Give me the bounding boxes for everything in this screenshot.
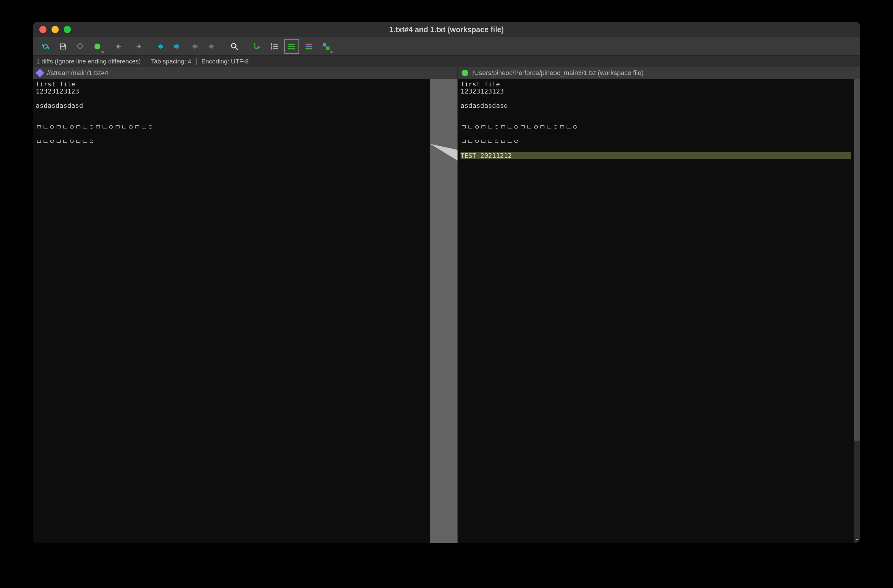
code-line[interactable]: ㅁㄴㅇㅁㄴㅇㅁㄴㅇㅁㄴㅇㅁㄴㅇㅁㄴㅇ <box>36 123 427 131</box>
divider <box>146 58 146 65</box>
code-line[interactable]: 12323123123 <box>36 88 427 95</box>
diff-gutter[interactable] <box>430 79 457 543</box>
toolbar: 1 2 3 <box>33 37 860 56</box>
divider <box>196 58 197 65</box>
undo-button[interactable] <box>113 39 128 54</box>
next-diff-button[interactable] <box>170 39 185 54</box>
svg-point-3 <box>232 44 236 48</box>
svg-rect-18 <box>326 47 329 50</box>
left-file-header[interactable]: //stream/main/1.txt#4 <box>33 67 430 79</box>
refresh-button[interactable] <box>38 39 53 54</box>
prev-diff-button[interactable] <box>152 39 167 54</box>
chevron-down-icon <box>330 51 333 53</box>
next-button[interactable] <box>204 39 219 54</box>
lines-colored-icon <box>304 42 313 51</box>
right-file-path: /Users/pineoc/Perforce/pineoc_main3/1.tx… <box>472 69 644 77</box>
code-line[interactable] <box>36 131 427 138</box>
redo-icon <box>133 42 142 51</box>
svg-rect-17 <box>323 43 326 46</box>
code-line[interactable] <box>36 109 427 116</box>
file-headers: //stream/main/1.txt#4 /Users/pineoc/Perf… <box>33 67 860 79</box>
right-file-header[interactable]: /Users/pineoc/Perforce/pineoc_main3/1.tx… <box>457 67 860 79</box>
gutter-header <box>430 67 457 79</box>
window-title: 1.txt#4 and 1.txt (workspace file) <box>33 25 860 34</box>
encoding-label: Encoding: UTF-8 <box>201 58 249 65</box>
code-line[interactable]: first file <box>460 81 851 88</box>
list-numbered-icon: 1 2 3 <box>270 42 279 51</box>
diff-count-label: 1 diffs (Ignore line ending differences) <box>36 58 141 65</box>
titlebar: 1.txt#4 and 1.txt (workspace file) <box>33 22 860 37</box>
scroll-down-icon[interactable] <box>854 537 860 543</box>
blank-line <box>460 145 851 152</box>
left-file-path: //stream/main/1.txt#4 <box>47 69 108 77</box>
search-button[interactable] <box>227 39 242 54</box>
arrow-left-cyan-icon <box>155 42 164 51</box>
code-line[interactable]: ㅁㄴㅇㅁㄴㅇㅁㄴㅇㅁㄴㅇㅁㄴㅇㅁㄴㅇ <box>460 123 851 131</box>
diff-window: 1.txt#4 and 1.txt (workspace file) <box>33 22 860 543</box>
code-line[interactable] <box>460 109 851 116</box>
green-dot-icon <box>93 42 102 51</box>
save-icon <box>59 42 67 51</box>
close-icon[interactable] <box>39 26 47 33</box>
arrow-right-cyan-icon <box>173 42 182 51</box>
syntax-button[interactable] <box>301 39 316 54</box>
diff-button[interactable] <box>73 39 87 54</box>
diff-body: first file12323123123asdasdasdasdㅁㄴㅇㅁㄴㅇㅁ… <box>33 79 860 543</box>
diamond-outline-icon <box>76 42 84 51</box>
compare-options-button[interactable] <box>319 39 334 54</box>
code-line[interactable]: 12323123123 <box>460 88 851 95</box>
goto-icon <box>253 42 262 51</box>
lines-green-icon <box>287 42 296 51</box>
prev-button[interactable] <box>187 39 202 54</box>
scrollbar-thumb[interactable] <box>854 79 860 441</box>
code-line[interactable]: ㅁㄴㅇㅁㄴㅇㅁㄴㅇ <box>36 138 427 145</box>
line-numbers-button[interactable]: 1 2 3 <box>267 39 282 54</box>
status-bar: 1 diffs (Ignore line ending differences)… <box>33 56 860 67</box>
code-line[interactable] <box>460 116 851 123</box>
minimize-icon[interactable] <box>51 26 59 33</box>
zoom-icon[interactable] <box>64 26 71 33</box>
undo-icon <box>116 42 125 51</box>
code-line[interactable]: asdasdasdasd <box>36 102 427 109</box>
save-button[interactable] <box>56 39 70 54</box>
tab-spacing-label: Tab spacing: 4 <box>151 58 191 65</box>
left-pane[interactable]: first file12323123123asdasdasdasdㅁㄴㅇㅁㄴㅇㅁ… <box>33 79 430 543</box>
traffic-lights <box>39 26 71 33</box>
status-button[interactable] <box>90 39 105 54</box>
svg-line-4 <box>236 47 238 50</box>
arrow-right-gray-icon <box>207 42 216 51</box>
depot-file-icon <box>36 69 44 77</box>
workspace-file-icon <box>462 70 468 76</box>
redo-button[interactable] <box>130 39 145 54</box>
inline-diff-button[interactable] <box>284 39 299 54</box>
code-line[interactable] <box>36 95 427 102</box>
svg-rect-1 <box>61 47 65 49</box>
chevron-down-icon <box>101 51 104 53</box>
code-line[interactable]: ㅁㄴㅇㅁㄴㅇㅁㄴㅇ <box>460 138 851 145</box>
goto-button[interactable] <box>250 39 265 54</box>
refresh-icon <box>41 42 50 51</box>
svg-text:3: 3 <box>271 47 272 50</box>
svg-point-2 <box>95 44 101 50</box>
arrow-left-gray-icon <box>190 42 199 51</box>
compare-icon <box>322 42 331 51</box>
code-line[interactable] <box>36 116 427 123</box>
right-pane[interactable]: first file12323123123asdasdasdasdㅁㄴㅇㅁㄴㅇㅁ… <box>457 79 854 543</box>
code-line[interactable] <box>460 131 851 138</box>
added-line[interactable]: TEST-20211212 <box>460 152 851 159</box>
code-line[interactable] <box>460 95 851 102</box>
search-icon <box>230 42 239 51</box>
diff-connector <box>430 144 457 161</box>
code-line[interactable]: asdasdasdasd <box>460 102 851 109</box>
vertical-scrollbar[interactable] <box>854 79 860 543</box>
svg-marker-19 <box>430 144 457 161</box>
svg-rect-0 <box>61 44 64 45</box>
code-line[interactable]: first file <box>36 81 427 88</box>
